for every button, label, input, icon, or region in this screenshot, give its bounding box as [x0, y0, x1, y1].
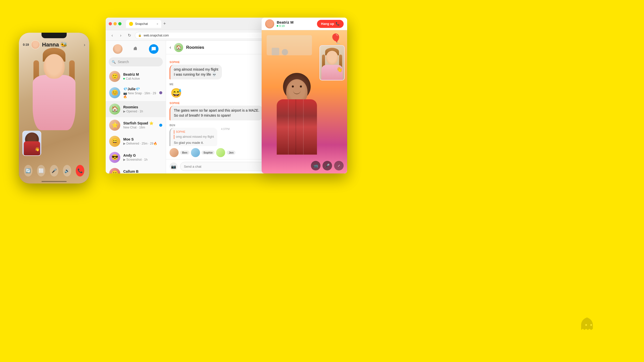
tab-close-btn[interactable]: ×: [157, 22, 158, 25]
audio-toggle-btn[interactable]: 🎤: [323, 161, 332, 170]
new-tab-btn[interactable]: +: [163, 21, 166, 26]
msg-bubble-sophie-1: omg almost missed my flightI was running…: [170, 65, 222, 79]
chat-item-starfish[interactable]: ⭐ Starfish Squad ⭐ New Chat · 16m: [106, 117, 166, 133]
msg-bubble-ben-reply: SOPHIE omg almost missed my flight So gl…: [170, 128, 217, 146]
chat-item-julie[interactable]: 😊 💎Julie💎 📷 New Snap · 16m · 29🔥: [106, 84, 166, 101]
hang-up-btn[interactable]: Hang up 📞: [317, 20, 344, 28]
maximize-window-btn[interactable]: [118, 22, 122, 25]
quoted-text: omg almost missed my flight: [174, 135, 214, 139]
participant-name-sophie: Sophie: [202, 151, 215, 155]
avatar-beatriz: 🙂: [109, 71, 120, 82]
chat-info-moe: Moe S ▶ Delivered · 25m · 29🔥: [123, 137, 162, 145]
video-caller-info: Beatriz M 0:19: [265, 19, 294, 28]
avatar-andy: 😎: [109, 152, 120, 163]
chat-sub-roomies: ▶ Opened · 1h: [123, 110, 162, 113]
video-call-time: 0:19: [279, 24, 285, 27]
chat-item-beatriz[interactable]: 🙂 Beatriz M Call Active: [106, 68, 166, 84]
chat-sub-beatriz: Call Active: [123, 77, 162, 80]
shelf-item-2: [282, 49, 288, 55]
phone-call-info: 0:19 Hanna 🐝: [23, 40, 67, 49]
phone-volume-btn[interactable]: 🔊: [63, 165, 71, 176]
phone-caller-avatar: [31, 40, 40, 49]
call-active-indicator: [277, 25, 278, 27]
close-window-btn[interactable]: [109, 22, 112, 25]
browser-tab-snapchat[interactable]: Snapchat ×: [126, 20, 161, 28]
chat-name-roomies: Roomies: [123, 105, 162, 109]
phone-rotate-btn[interactable]: ⬜: [37, 165, 46, 176]
chat-info-andy: Andy G ▶ Screenshot · 1h: [123, 153, 162, 161]
video-call-controls: 📹 🎤 ⤢: [311, 161, 344, 170]
avatar-face-moe: 😄: [109, 136, 120, 147]
chat-icon-btn[interactable]: [149, 44, 158, 54]
chat-group-avatar: 🏠: [174, 43, 183, 52]
search-bar[interactable]: 🔍 Search: [109, 57, 163, 66]
video-caller-name: Beatriz M: [277, 20, 294, 24]
video-toggle-btn[interactable]: 📹: [311, 161, 320, 170]
avatar-starfish: ⭐: [109, 120, 120, 131]
quoted-sender: SOPHIE: [174, 130, 214, 134]
avatar-callum: 🙂: [109, 168, 120, 173]
phone-end-call-btn[interactable]: 📞: [76, 165, 84, 176]
sidebar: 🔍 Search 🙂 Beatriz M Call Active: [106, 41, 166, 173]
snap-ghost-watermark: [579, 316, 599, 337]
chat-item-andy[interactable]: 😎 Andy G ▶ Screenshot · 1h: [106, 149, 166, 165]
ghost-icon-btn[interactable]: [131, 44, 140, 54]
participant-avatar-ben: [170, 148, 179, 157]
avatar-face-julie: 😊: [109, 87, 120, 98]
phone-video-flip-btn[interactable]: 🔄: [24, 165, 32, 176]
back-btn[interactable]: ‹: [109, 32, 115, 38]
phone-call-arrow[interactable]: ›: [84, 42, 85, 48]
avatar-julie: 😊: [109, 87, 120, 98]
video-caller-details: Beatriz M 0:19: [277, 20, 294, 27]
call-active-dot: [123, 78, 125, 79]
room-shelf-bg: [267, 35, 312, 55]
video-call-duration: 0:19: [277, 24, 294, 27]
expand-video-btn[interactable]: ⤢: [334, 161, 344, 170]
chat-list: 🙂 Beatriz M Call Active 😊: [106, 68, 166, 173]
participant-name-ben: Ben: [180, 151, 189, 155]
avatar-face-roomies: 🏠: [109, 104, 120, 115]
hang-up-label: Hang up: [321, 22, 334, 26]
chat-sub-andy: ▶ Screenshot · 1h: [123, 158, 162, 161]
video-main-area: 🎈 💜 💜 💜 💜: [262, 30, 347, 173]
snapchat-favicon: [129, 22, 133, 26]
url-text: web.snapchat.com: [144, 34, 169, 37]
phone-mute-btn[interactable]: 🎤: [50, 165, 58, 176]
forward-btn[interactable]: ›: [118, 32, 124, 38]
sidebar-nav-header: [106, 41, 166, 56]
participant-jen: Jen: [216, 148, 235, 157]
chat-back-btn[interactable]: ‹: [170, 45, 171, 50]
chat-name-starfish: Starfish Squad ⭐: [123, 121, 156, 125]
security-lock-icon: 🔒: [138, 34, 142, 37]
msg-emoji-me-1: 😅: [170, 87, 183, 99]
new-chat-label: New Chat: [123, 126, 137, 129]
video-call-header: Beatriz M 0:19 Hang up 📞: [262, 18, 347, 30]
avatar-roomies: 🏠: [109, 104, 120, 115]
chat-status-beatriz: Call Active: [126, 77, 140, 80]
msg-time-ben: 4:37PM: [221, 128, 229, 130]
chat-name-moe: Moe S: [123, 137, 162, 141]
participant-avatar-sophie: [191, 148, 200, 157]
avatar-moe: 😄: [109, 136, 120, 147]
chat-info-julie: 💎Julie💎 📷 New Snap · 16m · 29🔥: [123, 87, 156, 99]
minimize-window-btn[interactable]: [113, 22, 117, 25]
chat-info-beatriz: Beatriz M Call Active: [123, 72, 162, 80]
reload-btn[interactable]: ↻: [126, 32, 132, 38]
chat-item-roomies[interactable]: 🏠 Roomies ▶ Opened · 1h: [106, 101, 166, 117]
chat-item-callum[interactable]: 🙂 Callum B ▶ Opened · 1h: [106, 165, 166, 173]
phone-screen: 0:19 Hanna 🐝 › 👋: [19, 33, 89, 184]
browser-tabs: Snapchat × +: [126, 20, 166, 28]
svg-point-1: [590, 324, 592, 326]
phone-call-bar: 0:19 Hanna 🐝 ›: [19, 40, 89, 49]
phone-pip-person: 👋: [23, 131, 41, 155]
avatar-face-callum: 🙂: [109, 168, 120, 173]
chat-name-andy: Andy G: [123, 153, 162, 157]
svg-point-0: [585, 324, 587, 326]
user-avatar-btn[interactable]: [113, 44, 123, 54]
chat-info-callum: Callum B ▶ Opened · 1h: [123, 169, 162, 173]
phone-video-bg: [19, 33, 89, 184]
camera-btn[interactable]: 📷: [170, 162, 178, 170]
chat-item-moe[interactable]: 😄 Moe S ▶ Delivered · 25m · 29🔥: [106, 133, 166, 149]
video-main-person: [272, 73, 322, 153]
avatar-face-beatriz: 🙂: [109, 71, 120, 82]
